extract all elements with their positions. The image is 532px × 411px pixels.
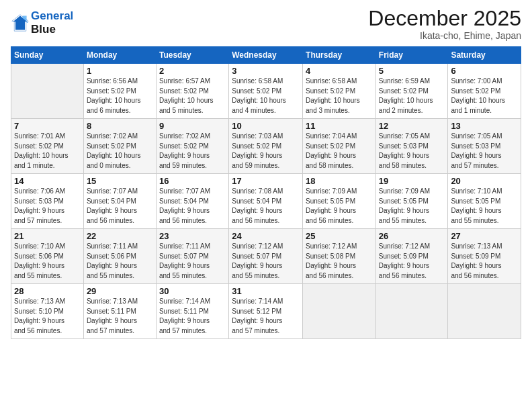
calendar-cell: 25Sunrise: 7:12 AMSunset: 5:08 PMDayligh… <box>303 229 376 284</box>
day-info: Sunrise: 7:13 AMSunset: 5:10 PMDaylight:… <box>14 297 81 336</box>
day-info: Sunrise: 7:14 AMSunset: 5:12 PMDaylight:… <box>232 297 300 336</box>
day-number: 11 <box>306 121 373 131</box>
calendar-week-3: 14Sunrise: 7:06 AMSunset: 5:03 PMDayligh… <box>11 174 521 229</box>
day-number: 28 <box>14 286 81 296</box>
header: General Blue December 2025 Ikata-cho, Eh… <box>11 7 521 41</box>
weekday-header-row: SundayMondayTuesdayWednesdayThursdayFrid… <box>11 47 521 64</box>
weekday-header-sunday: Sunday <box>11 47 84 64</box>
day-number: 2 <box>159 66 226 76</box>
day-number: 17 <box>232 176 300 186</box>
calendar-cell: 14Sunrise: 7:06 AMSunset: 5:03 PMDayligh… <box>11 174 84 229</box>
calendar-cell: 3Sunrise: 6:58 AMSunset: 5:02 PMDaylight… <box>229 64 303 119</box>
day-info: Sunrise: 6:57 AMSunset: 5:02 PMDaylight:… <box>159 77 226 116</box>
calendar-cell: 10Sunrise: 7:03 AMSunset: 5:02 PMDayligh… <box>229 119 303 174</box>
day-info: Sunrise: 7:07 AMSunset: 5:04 PMDaylight:… <box>159 187 226 226</box>
day-number: 7 <box>14 121 81 131</box>
day-info: Sunrise: 7:09 AMSunset: 5:05 PMDaylight:… <box>306 187 373 226</box>
weekday-header-saturday: Saturday <box>448 47 521 64</box>
day-info: Sunrise: 7:14 AMSunset: 5:11 PMDaylight:… <box>159 297 226 336</box>
calendar-week-5: 28Sunrise: 7:13 AMSunset: 5:10 PMDayligh… <box>11 284 521 339</box>
calendar-cell: 28Sunrise: 7:13 AMSunset: 5:10 PMDayligh… <box>11 284 84 339</box>
day-number: 31 <box>232 286 300 296</box>
calendar-cell: 23Sunrise: 7:11 AMSunset: 5:07 PMDayligh… <box>156 229 228 284</box>
day-info: Sunrise: 7:04 AMSunset: 5:02 PMDaylight:… <box>306 132 373 171</box>
day-info: Sunrise: 7:12 AMSunset: 5:07 PMDaylight:… <box>232 242 300 281</box>
day-info: Sunrise: 7:11 AMSunset: 5:06 PMDaylight:… <box>87 242 153 281</box>
logo: General Blue <box>11 9 73 36</box>
logo-text: General Blue <box>31 9 73 36</box>
day-number: 25 <box>306 231 373 241</box>
day-number: 4 <box>306 66 373 76</box>
calendar-cell: 18Sunrise: 7:09 AMSunset: 5:05 PMDayligh… <box>303 174 376 229</box>
month-title: December 2025 <box>368 7 521 30</box>
day-info: Sunrise: 7:10 AMSunset: 5:06 PMDaylight:… <box>14 242 81 281</box>
day-info: Sunrise: 7:13 AMSunset: 5:09 PMDaylight:… <box>451 242 518 281</box>
day-info: Sunrise: 7:07 AMSunset: 5:04 PMDaylight:… <box>87 187 153 226</box>
calendar-cell: 11Sunrise: 7:04 AMSunset: 5:02 PMDayligh… <box>303 119 376 174</box>
calendar-cell: 6Sunrise: 7:00 AMSunset: 5:02 PMDaylight… <box>448 64 521 119</box>
day-number: 21 <box>14 231 81 241</box>
day-info: Sunrise: 6:58 AMSunset: 5:02 PMDaylight:… <box>306 77 373 116</box>
day-info: Sunrise: 7:08 AMSunset: 5:04 PMDaylight:… <box>232 187 300 226</box>
calendar-week-1: 1Sunrise: 6:56 AMSunset: 5:02 PMDaylight… <box>11 64 521 119</box>
page-container: General Blue December 2025 Ikata-cho, Eh… <box>0 0 532 346</box>
calendar-cell: 22Sunrise: 7:11 AMSunset: 5:06 PMDayligh… <box>83 229 156 284</box>
calendar-cell: 19Sunrise: 7:09 AMSunset: 5:05 PMDayligh… <box>375 174 448 229</box>
day-number: 1 <box>87 66 153 76</box>
calendar-cell <box>303 284 376 339</box>
title-block: December 2025 Ikata-cho, Ehime, Japan <box>368 7 521 41</box>
calendar-cell <box>11 64 84 119</box>
weekday-header-wednesday: Wednesday <box>229 47 303 64</box>
calendar-cell: 29Sunrise: 7:13 AMSunset: 5:11 PMDayligh… <box>83 284 156 339</box>
day-number: 12 <box>379 121 445 131</box>
weekday-header-friday: Friday <box>375 47 448 64</box>
calendar-cell: 27Sunrise: 7:13 AMSunset: 5:09 PMDayligh… <box>448 229 521 284</box>
day-number: 30 <box>159 286 226 296</box>
day-info: Sunrise: 7:11 AMSunset: 5:07 PMDaylight:… <box>159 242 226 281</box>
day-number: 19 <box>379 176 445 186</box>
calendar-cell: 12Sunrise: 7:05 AMSunset: 5:03 PMDayligh… <box>375 119 448 174</box>
calendar-cell: 15Sunrise: 7:07 AMSunset: 5:04 PMDayligh… <box>83 174 156 229</box>
day-info: Sunrise: 7:12 AMSunset: 5:08 PMDaylight:… <box>306 242 373 281</box>
day-number: 14 <box>14 176 81 186</box>
calendar-cell: 24Sunrise: 7:12 AMSunset: 5:07 PMDayligh… <box>229 229 303 284</box>
calendar-cell: 13Sunrise: 7:05 AMSunset: 5:03 PMDayligh… <box>448 119 521 174</box>
day-number: 13 <box>451 121 518 131</box>
day-info: Sunrise: 7:00 AMSunset: 5:02 PMDaylight:… <box>451 77 518 116</box>
calendar-cell: 2Sunrise: 6:57 AMSunset: 5:02 PMDaylight… <box>156 64 228 119</box>
day-number: 10 <box>232 121 300 131</box>
calendar-cell: 31Sunrise: 7:14 AMSunset: 5:12 PMDayligh… <box>229 284 303 339</box>
calendar-cell: 7Sunrise: 7:01 AMSunset: 5:02 PMDaylight… <box>11 119 84 174</box>
day-info: Sunrise: 7:02 AMSunset: 5:02 PMDaylight:… <box>159 132 226 171</box>
calendar-header: SundayMondayTuesdayWednesdayThursdayFrid… <box>11 47 521 64</box>
calendar-cell: 16Sunrise: 7:07 AMSunset: 5:04 PMDayligh… <box>156 174 228 229</box>
calendar-cell: 30Sunrise: 7:14 AMSunset: 5:11 PMDayligh… <box>156 284 228 339</box>
day-info: Sunrise: 6:56 AMSunset: 5:02 PMDaylight:… <box>87 77 153 116</box>
calendar-body: 1Sunrise: 6:56 AMSunset: 5:02 PMDaylight… <box>11 64 521 339</box>
day-number: 15 <box>87 176 153 186</box>
day-number: 22 <box>87 231 153 241</box>
day-number: 5 <box>379 66 445 76</box>
day-number: 8 <box>87 121 153 131</box>
location-subtitle: Ikata-cho, Ehime, Japan <box>368 30 521 41</box>
day-info: Sunrise: 7:01 AMSunset: 5:02 PMDaylight:… <box>14 132 81 171</box>
calendar-cell: 1Sunrise: 6:56 AMSunset: 5:02 PMDaylight… <box>83 64 156 119</box>
day-info: Sunrise: 7:02 AMSunset: 5:02 PMDaylight:… <box>87 132 153 171</box>
day-info: Sunrise: 7:12 AMSunset: 5:09 PMDaylight:… <box>379 242 445 281</box>
calendar-cell: 5Sunrise: 6:59 AMSunset: 5:02 PMDaylight… <box>375 64 448 119</box>
day-info: Sunrise: 7:05 AMSunset: 5:03 PMDaylight:… <box>379 132 445 171</box>
calendar-cell: 9Sunrise: 7:02 AMSunset: 5:02 PMDaylight… <box>156 119 228 174</box>
calendar-cell: 26Sunrise: 7:12 AMSunset: 5:09 PMDayligh… <box>375 229 448 284</box>
calendar-week-2: 7Sunrise: 7:01 AMSunset: 5:02 PMDaylight… <box>11 119 521 174</box>
calendar-cell: 21Sunrise: 7:10 AMSunset: 5:06 PMDayligh… <box>11 229 84 284</box>
day-number: 23 <box>159 231 226 241</box>
calendar-table: SundayMondayTuesdayWednesdayThursdayFrid… <box>11 46 521 339</box>
calendar-week-4: 21Sunrise: 7:10 AMSunset: 5:06 PMDayligh… <box>11 229 521 284</box>
day-number: 16 <box>159 176 226 186</box>
day-number: 27 <box>451 231 518 241</box>
day-info: Sunrise: 6:58 AMSunset: 5:02 PMDaylight:… <box>232 77 300 116</box>
calendar-cell <box>375 284 448 339</box>
day-number: 3 <box>232 66 300 76</box>
day-info: Sunrise: 7:03 AMSunset: 5:02 PMDaylight:… <box>232 132 300 171</box>
day-number: 18 <box>306 176 373 186</box>
